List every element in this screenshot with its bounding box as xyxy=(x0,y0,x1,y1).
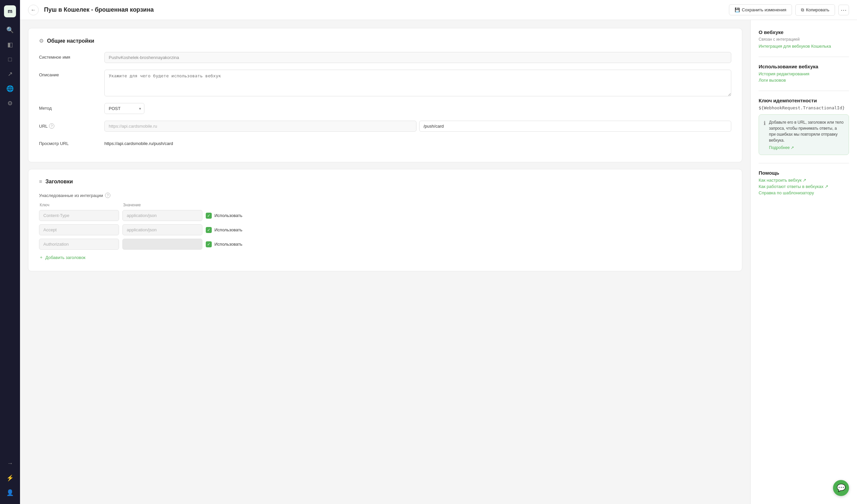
help-section: Помощь Как настроить вебхук ↗ Как работа… xyxy=(759,170,849,195)
right-sidebar: О вебхуке Связан с интеграцией Интеграци… xyxy=(750,20,857,504)
method-label: Метод xyxy=(39,103,99,111)
help-link-3[interactable]: Справка по шаблонизатору xyxy=(759,190,849,195)
chat-fab[interactable]: 💬 xyxy=(833,480,849,496)
header-row-content-type: ✓ Использовать xyxy=(39,210,731,221)
method-select[interactable]: POST GET PUT PATCH DELETE xyxy=(104,103,145,114)
logs-link[interactable]: Логи вызовов xyxy=(759,78,849,83)
usage-section: Использование вебхука История редактиров… xyxy=(759,64,849,83)
url-label: URL ? xyxy=(39,121,99,129)
header-key-accept[interactable] xyxy=(39,224,119,235)
about-section: О вебхуке Связан с интеграцией Интеграци… xyxy=(759,29,849,49)
save-icon: 💾 xyxy=(735,7,740,12)
col-headers: Ключ Значение xyxy=(39,203,731,207)
sidebar-item-chart[interactable]: ↗ xyxy=(4,68,16,80)
idempotency-section: Ключ идемпотентности ${WebhookRequest.Tr… xyxy=(759,98,849,155)
settings-icon: ⚙ xyxy=(39,38,44,44)
url-row: URL ? xyxy=(39,121,731,132)
divider-2 xyxy=(759,91,849,91)
use-row-authorization: ✓ Использовать xyxy=(206,241,242,247)
general-settings-title: Общие настройки xyxy=(47,38,94,44)
checkbox-accept[interactable]: ✓ xyxy=(206,227,212,233)
idempotency-title: Ключ идемпотентности xyxy=(759,98,849,103)
info-icon: ℹ xyxy=(763,120,766,126)
preview-url-row: Просмотр URL https://api.cardsmobile.ru/… xyxy=(39,138,731,146)
add-header-label: Добавить заголовок xyxy=(45,255,85,260)
add-header-button[interactable]: ＋ Добавить заголовок xyxy=(39,253,85,262)
general-settings-card: ⚙ Общие настройки Системное имя Описание… xyxy=(28,28,742,162)
divider-1 xyxy=(759,57,849,57)
topbar-actions: 💾 Сохранить изменения ⧉ Копировать ⋯ xyxy=(729,4,849,16)
sidebar-item-search[interactable]: 🔍 xyxy=(4,24,16,36)
use-row-accept: ✓ Использовать xyxy=(206,227,242,233)
external-link-icon: ↗ xyxy=(791,145,794,150)
url-path-input[interactable] xyxy=(419,121,731,132)
method-select-wrapper: POST GET PUT PATCH DELETE ▾ xyxy=(104,103,145,114)
header-row-accept: ✓ Использовать xyxy=(39,224,731,235)
headers-card-header: ≡ Заголовки xyxy=(39,179,731,185)
description-label: Описание xyxy=(39,70,99,77)
help-title: Помощь xyxy=(759,170,849,176)
header-value-authorization[interactable] xyxy=(122,239,202,250)
checkbox-authorization[interactable]: ✓ xyxy=(206,241,212,247)
info-link[interactable]: Подробнее ↗ xyxy=(769,145,794,150)
about-title: О вебхуке xyxy=(759,29,849,35)
url-base-input[interactable] xyxy=(104,121,417,132)
divider-3 xyxy=(759,163,849,163)
url-help-icon[interactable]: ? xyxy=(49,123,54,129)
headers-icon: ≡ xyxy=(39,179,42,185)
header-key-content-type[interactable] xyxy=(39,210,119,221)
help-link-1[interactable]: Как настроить вебхук ↗ xyxy=(759,178,849,183)
col-header-key: Ключ xyxy=(40,203,120,207)
copy-icon: ⧉ xyxy=(801,7,804,13)
sidebar-item-lightning[interactable]: ⚡ xyxy=(4,472,16,484)
preview-url-label: Просмотр URL xyxy=(39,138,99,146)
info-text: Добавьте его в URL, заголовок или тело з… xyxy=(769,119,844,143)
system-name-label: Системное имя xyxy=(39,52,99,60)
external-link-icon-2: ↗ xyxy=(825,184,828,189)
history-link[interactable]: История редактирования xyxy=(759,71,849,76)
preview-url-value: https://api.cardsmobile.ru/push/card xyxy=(104,138,173,146)
page-title: Пуш в Кошелек - брошенная корзина xyxy=(44,6,724,13)
external-link-icon-1: ↗ xyxy=(803,178,806,183)
help-link-2[interactable]: Как работают ответы в вебхуках ↗ xyxy=(759,184,849,189)
main-area: ← Пуш в Кошелек - брошенная корзина 💾 Со… xyxy=(20,0,857,504)
usage-title: Использование вебхука xyxy=(759,64,849,69)
use-row-content-type: ✓ Использовать xyxy=(206,213,242,219)
sidebar-logo: m xyxy=(4,5,16,17)
headers-card: ≡ Заголовки Унаследованные из интеграции… xyxy=(28,169,742,271)
sidebar-item-mixer[interactable]: ⚙ xyxy=(4,97,16,109)
save-button[interactable]: 💾 Сохранить изменения xyxy=(729,4,792,15)
sidebar-item-user[interactable]: 👤 xyxy=(4,487,16,499)
header-value-accept[interactable] xyxy=(122,224,202,235)
sidebar-item-briefcase[interactable]: □ xyxy=(4,53,16,65)
chat-icon: 💬 xyxy=(837,484,846,492)
description-row: Описание xyxy=(39,70,731,96)
header-value-content-type[interactable] xyxy=(122,210,202,221)
sidebar-item-layers[interactable]: ◧ xyxy=(4,39,16,51)
checkbox-content-type[interactable]: ✓ xyxy=(206,213,212,219)
general-settings-header: ⚙ Общие настройки xyxy=(39,38,731,44)
sidebar-item-exit[interactable]: → xyxy=(4,457,16,469)
method-row: Метод POST GET PUT PATCH DELETE ▾ xyxy=(39,103,731,114)
header-key-authorization[interactable] xyxy=(39,239,119,250)
info-box: ℹ Добавьте его в URL, заголовок или тело… xyxy=(759,114,849,155)
inherited-label: Унаследованные из интеграции ? xyxy=(39,193,731,198)
inherited-help-icon[interactable]: ? xyxy=(105,193,111,198)
header-row-authorization: ✓ Использовать xyxy=(39,239,731,250)
idempotency-value: ${WebhookRequest.TransactionalId} xyxy=(759,105,849,110)
topbar: ← Пуш в Кошелек - брошенная корзина 💾 Со… xyxy=(20,0,857,20)
copy-button[interactable]: ⧉ Копировать xyxy=(795,4,835,16)
integration-link[interactable]: Интеграция для вебхуков Кошелька xyxy=(759,44,849,49)
more-button[interactable]: ⋯ xyxy=(838,5,849,15)
system-name-row: Системное имя xyxy=(39,52,731,63)
about-subtitle: Связан с интеграцией xyxy=(759,37,849,42)
col-header-value: Значение xyxy=(123,203,203,207)
content-area: ⚙ Общие настройки Системное имя Описание… xyxy=(20,20,857,504)
sidebar-item-globe[interactable]: 🌐 xyxy=(4,83,16,95)
main-scroll: ⚙ Общие настройки Системное имя Описание… xyxy=(20,20,750,504)
url-input-row xyxy=(104,121,731,132)
plus-icon: ＋ xyxy=(39,254,43,260)
back-button[interactable]: ← xyxy=(28,5,39,15)
description-textarea[interactable] xyxy=(104,70,731,96)
system-name-input[interactable] xyxy=(104,52,731,63)
